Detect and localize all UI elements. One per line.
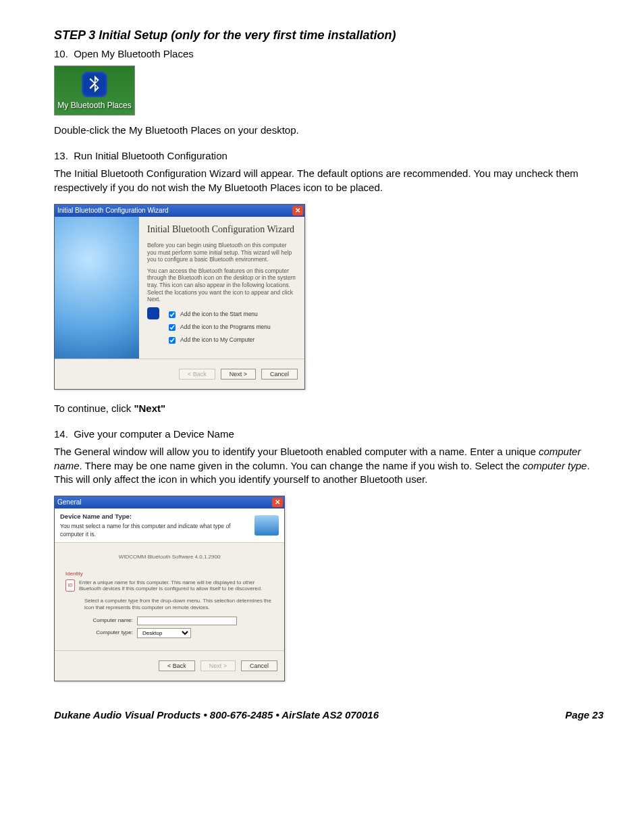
identity-card-icon: ID [65,579,75,592]
step13-number: 13. [54,150,68,161]
computer-name-input[interactable] [137,617,237,625]
close-icon[interactable]: ✕ [292,206,303,215]
step14-line: 14. Give your computer a Device Name [54,427,603,441]
next-button[interactable]: Next > [221,369,256,380]
chk-programs-menu-label: Add the icon to the Programs menu [180,323,271,331]
wizard1-heading: Initial Bluetooth Configuration Wizard [147,224,296,236]
step13-line: 13. Run Initial Bluetooth Configuration [54,149,603,163]
initial-bluetooth-wizard-dialog: Initial Bluetooth Configuration Wizard ✕… [54,204,305,390]
continue-next-bold: "Next" [134,402,165,414]
next-button: Next > [200,660,236,671]
computer-type-label: Computer type: [86,629,133,637]
after-icon-text: Double-click the My Bluetooth Places on … [54,124,603,137]
continue-line: To continue, click "Next" [54,402,603,415]
bluetooth-icon [147,307,159,319]
identity-text2: Select a computer type from the drop-dow… [84,598,273,610]
step14-number: 14. [54,428,68,440]
chk-start-menu-label: Add the icon to the Start menu [180,311,258,318]
step10-number: 10. [54,48,68,59]
cancel-button[interactable]: Cancel [241,660,277,671]
continue-text-a: To continue, click [54,402,134,414]
wizard1-titlebar: Initial Bluetooth Configuration Wizard ✕ [55,205,304,217]
software-version: WIDCOMM Bluetooth Software 4.0.1.2900 [65,554,273,561]
step14-body-a: The General window will allow you to ide… [54,446,539,457]
step14-body-b: . There may be one name given in the col… [80,460,523,471]
back-button: < Back [179,369,215,380]
term-computer-type: computer type [522,460,587,471]
back-button[interactable]: < Back [159,660,195,671]
wizard1-p2: You can access the Bluetooth features on… [147,267,296,303]
step14-body: The General window will allow you to ide… [54,445,603,486]
step3-heading: STEP 3 Initial Setup (only for the very … [54,27,603,43]
footer-left: Dukane Audio Visual Products • 800-676-2… [54,708,379,722]
identity-text1: Enter a unique name for this computer. T… [79,579,273,592]
chk-start-menu[interactable] [169,311,176,318]
wizard1-button-bar: < Back Next > Cancel [55,359,304,389]
computer-name-label: Computer name: [86,617,133,625]
monitor-icon [254,515,279,536]
close-icon[interactable]: ✕ [272,498,283,507]
page-footer: Dukane Audio Visual Products • 800-676-2… [54,708,603,722]
chk-programs-menu[interactable] [169,324,176,331]
wizard1-side-graphic [55,217,139,359]
general-dialog: General ✕ Device Name and Type: You must… [54,496,285,681]
wizard2-button-bar: < Back Next > Cancel [55,650,284,681]
chk-my-computer[interactable] [169,337,176,344]
cancel-button[interactable]: Cancel [261,369,298,380]
footer-right: Page 23 [565,708,603,722]
wizard2-header-text: You must select a name for this computer… [60,523,230,537]
wizard2-header: Device Name and Type: You must select a … [55,509,284,543]
chk-my-computer-label: Add the icon to My Computer [180,336,254,344]
wizard2-titlebar: General ✕ [55,496,284,509]
computer-type-select[interactable]: Desktop [137,628,191,638]
step13-body: The Initial Bluetooth Configuration Wiza… [54,167,603,194]
wizard1-p1: Before you can begin using Bluetooth on … [147,242,296,263]
my-bluetooth-places-desktop-icon[interactable]: My Bluetooth Places [54,66,135,115]
step10-line: 10. Open My Bluetooth Places [54,47,603,61]
wizard2-title-text: General [57,498,82,507]
wizard1-title-text: Initial Bluetooth Configuration Wizard [57,206,169,215]
wizard2-header-bold: Device Name and Type: [60,513,249,521]
step14-title: Give your computer a Device Name [74,428,234,440]
step13-title: Run Initial Bluetooth Configuration [74,150,227,161]
identity-section-label: Identity [65,571,273,578]
step10-text: Open My Bluetooth Places [74,48,194,59]
desktop-icon-label: My Bluetooth Places [57,100,132,111]
bluetooth-icon [82,72,107,97]
bluetooth-glyph [88,75,101,94]
